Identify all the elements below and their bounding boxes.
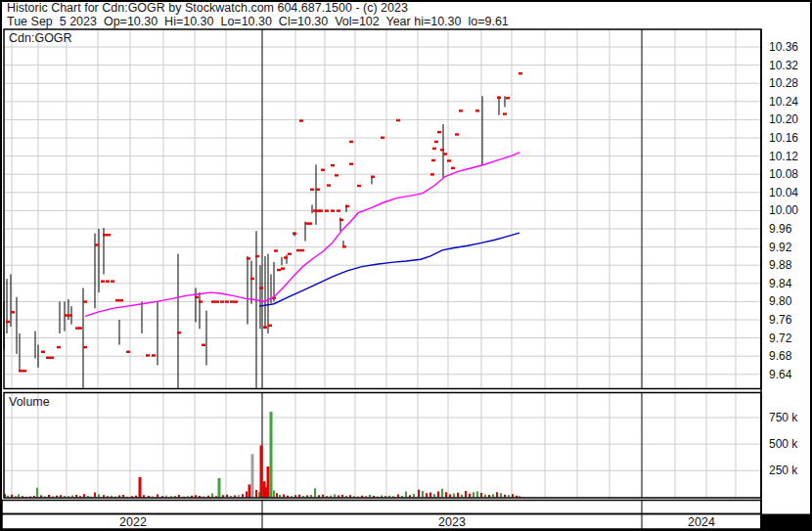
close-tick [339,219,343,221]
chart-canvas [0,0,812,531]
price-tick-label: 9.84 [769,277,791,290]
close-tick [225,300,229,302]
price-tick-label: 9.68 [769,349,791,363]
volume-tick-label: 750 k [769,411,797,424]
close-tick [23,370,26,372]
close-tick [296,249,300,251]
close-tick [247,257,250,259]
close-tick [327,184,331,186]
close-tick [459,110,463,111]
price-tick-label: 10.32 [769,59,798,72]
close-tick [331,209,335,211]
close-tick [83,346,87,348]
close-tick [300,249,304,251]
close-tick [103,234,107,236]
close-tick [317,209,321,211]
close-tick [95,243,99,245]
close-tick [211,300,215,302]
close-tick [202,344,205,346]
close-tick [65,314,68,316]
corner-filler-block [761,514,812,531]
close-tick [195,296,199,298]
price-tick-label: 10.16 [769,131,798,145]
close-tick [345,205,349,207]
close-tick [19,370,23,372]
close-tick [215,300,219,302]
price-tick-label: 9.72 [769,332,791,345]
price-tick-label: 10.20 [769,112,798,126]
price-tick-label: 10.00 [769,203,798,217]
close-tick [451,167,455,169]
close-tick [519,72,522,74]
price-tick-label: 9.92 [769,241,791,254]
close-tick [431,159,435,161]
close-tick [506,97,510,99]
close-tick [284,256,288,258]
close-tick [230,300,234,302]
price-tick-label: 10.12 [769,150,798,163]
close-tick [503,112,507,114]
close-tick [111,280,114,282]
close-tick [220,300,224,302]
price-tick-label: 10.28 [769,76,798,90]
close-tick [434,141,438,143]
close-tick [293,233,296,235]
close-tick [325,209,329,211]
close-tick [335,174,338,176]
close-tick [349,141,353,143]
close-tick [432,148,436,150]
volume-panel-label: Volume [9,395,50,409]
close-tick [396,119,400,121]
close-tick [83,300,87,302]
volume-panel-frame [4,393,761,499]
close-tick [308,222,312,224]
close-tick [41,351,45,353]
close-tick [310,189,314,191]
price-tick-label: 9.76 [769,313,791,327]
price-tick-label: 10.24 [769,95,798,109]
close-tick [313,209,317,211]
close-tick [107,234,111,236]
close-tick [199,300,203,302]
close-tick [268,325,272,327]
year-label: 2023 [423,515,481,529]
close-tick [288,253,292,255]
close-tick [115,299,119,301]
close-tick [106,280,110,282]
close-tick [497,97,501,99]
close-tick [277,269,281,271]
close-tick [342,245,346,247]
close-tick [255,255,259,257]
close-tick [101,280,105,282]
close-tick [447,159,451,161]
close-tick [337,209,340,211]
close-tick [250,278,254,280]
close-tick [381,137,384,139]
month-band-frame [2,501,761,514]
close-tick [50,357,54,359]
price-tick-label: 10.36 [769,40,798,54]
price-tick-label: 9.80 [769,294,791,308]
symbol-label: Cdn:GOGR [9,31,72,45]
quote-summary: Tue Sep 5 2023 Op=10.30 Hi=10.30 Lo=10.3… [7,15,509,28]
price-tick-label: 9.88 [769,258,791,272]
close-tick [57,346,61,348]
close-tick [357,185,361,187]
close-tick [349,163,353,165]
close-tick [371,176,375,178]
close-tick [152,354,156,356]
close-tick [331,164,335,166]
close-tick [177,332,181,333]
volume-tick-label: 250 k [769,464,797,477]
stock-chart-window: Historic Chart for Cdn:GOGR by Stockwatc… [0,0,812,531]
close-tick [46,357,50,359]
year-label: 2022 [104,515,162,529]
close-tick [274,249,278,251]
close-tick [321,169,325,171]
close-tick [299,119,303,121]
close-tick [126,351,130,353]
close-tick [68,314,72,316]
close-tick [443,153,447,155]
close-tick [455,133,459,135]
close-tick [430,173,434,175]
